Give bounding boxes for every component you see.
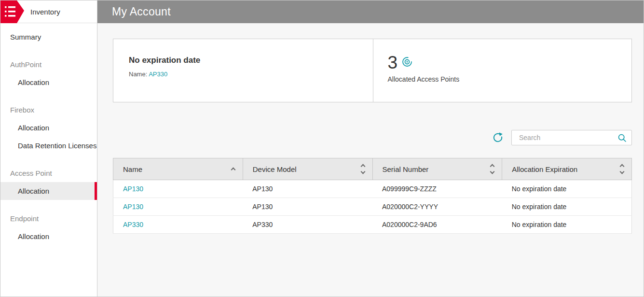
sidebar-item-authpoint-allocation[interactable]: Allocation [0, 73, 97, 91]
table-row: AP330 AP330 A020000C2-9AD6 No expiration… [113, 216, 632, 234]
column-header-allocation-expiration[interactable]: Allocation Expiration [502, 158, 632, 180]
cell-name: AP130 [113, 198, 243, 216]
sidebar-section-endpoint: Endpoint [0, 210, 97, 227]
expiration-card: No expiration date Name: AP330 [113, 39, 373, 102]
expiration-name-link[interactable]: AP330 [149, 71, 167, 78]
expiration-name-label: Name: [129, 71, 147, 78]
column-header-device-model[interactable]: Device Model [243, 158, 372, 180]
cell-device-model: AP130 [243, 180, 372, 198]
sidebar: Inventory Summary AuthPoint Allocation F… [0, 0, 97, 297]
allocated-count-row: 3 [388, 53, 632, 73]
sidebar-item-access-point-allocation[interactable]: Allocation [0, 182, 97, 200]
cell-allocation-expiration: No expiration date [502, 180, 632, 198]
search-input[interactable] [518, 133, 617, 142]
allocated-count: 3 [388, 53, 398, 73]
device-link[interactable]: AP130 [123, 185, 143, 193]
page-header: My Account [97, 0, 644, 23]
search-box [511, 130, 632, 145]
cell-device-model: AP130 [243, 198, 372, 216]
refresh-icon[interactable] [492, 132, 504, 143]
search-icon[interactable] [617, 133, 627, 142]
allocated-label: Allocated Access Points [388, 75, 632, 83]
table-header-row: Name Device Model [113, 158, 632, 180]
inventory-table: Name Device Model [113, 158, 632, 234]
cell-device-model: AP330 [243, 216, 372, 234]
page-title: My Account [112, 5, 171, 18]
brand-flag-icon[interactable] [0, 0, 25, 23]
sidebar-item-firebox-allocation[interactable]: Allocation [0, 119, 97, 137]
sidebar-item-data-retention-licenses[interactable]: Data Retention Licenses [0, 137, 97, 155]
expiration-card-title: No expiration date [129, 56, 373, 65]
table-row: AP130 AP130 A020000C2-YYYY No expiration… [113, 198, 632, 216]
cell-serial-number: A020000C2-9AD6 [372, 216, 502, 234]
sidebar-item-summary[interactable]: Summary [0, 28, 97, 46]
sidebar-section-authpoint: AuthPoint [0, 56, 97, 73]
device-link[interactable]: AP130 [123, 203, 143, 211]
sidebar-section-firebox: Firebox [0, 101, 97, 119]
column-header-serial-number[interactable]: Serial Number [372, 158, 502, 180]
allocated-card: 3 Allocated Access Points [373, 39, 632, 102]
cell-serial-number: A020000C2-YYYY [372, 198, 502, 216]
sidebar-nav: Summary AuthPoint Allocation Firebox All… [0, 23, 97, 245]
sidebar-header: Inventory [0, 0, 97, 23]
sort-icon [361, 163, 365, 175]
cell-name: AP330 [113, 216, 243, 234]
sort-icon [620, 163, 624, 175]
table-row: AP130 AP130 A099999C9-ZZZZ No expiration… [113, 180, 632, 198]
sidebar-item-endpoint-allocation[interactable]: Allocation [0, 227, 97, 245]
sort-icon [491, 163, 494, 175]
expiration-card-subtitle: Name: AP330 [129, 71, 373, 78]
sidebar-section-access-point: Access Point [0, 164, 97, 182]
content: No expiration date Name: AP330 3 [97, 23, 644, 297]
cell-serial-number: A099999C9-ZZZZ [372, 180, 502, 198]
cell-allocation-expiration: No expiration date [502, 216, 632, 234]
cell-allocation-expiration: No expiration date [502, 198, 632, 216]
app-window: Inventory Summary AuthPoint Allocation F… [0, 0, 644, 297]
access-point-icon [401, 56, 413, 70]
column-header-name[interactable]: Name [113, 158, 243, 180]
device-link[interactable]: AP330 [123, 221, 143, 228]
table-toolbar [113, 130, 632, 145]
sort-asc-icon [232, 167, 235, 171]
brand-label: Inventory [30, 8, 60, 16]
cell-name: AP130 [113, 180, 243, 198]
main-area: My Account No expiration date Name: AP33… [97, 0, 644, 297]
summary-cards: No expiration date Name: AP330 3 [113, 39, 632, 102]
